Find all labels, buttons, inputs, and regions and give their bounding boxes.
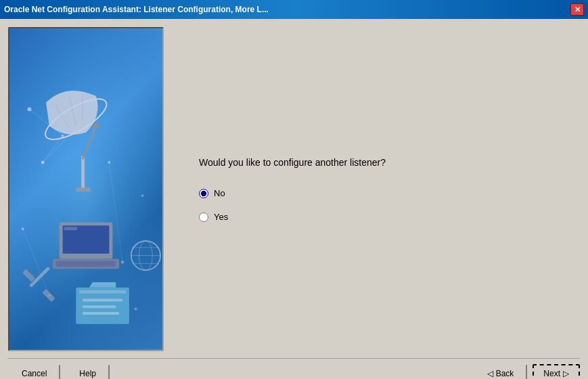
svg-point-10: [135, 307, 137, 310]
button-bar: Cancel Help ◁ Back Next ▷: [8, 358, 580, 379]
back-label: Back: [496, 369, 514, 378]
radio-group: No Yes: [199, 188, 553, 222]
svg-rect-16: [81, 156, 85, 189]
cancel-button[interactable]: Cancel: [8, 364, 60, 379]
help-button[interactable]: Help: [66, 364, 110, 379]
back-button[interactable]: ◁ Back: [474, 364, 528, 379]
radio-yes-label: Yes: [214, 212, 228, 222]
svg-rect-27: [64, 227, 78, 230]
svg-rect-29: [56, 261, 116, 267]
question-text: Would you like to configure another list…: [199, 156, 553, 170]
radio-option-yes[interactable]: Yes: [199, 212, 553, 222]
svg-rect-38: [83, 305, 116, 308]
svg-point-6: [141, 194, 144, 197]
window-title: Oracle Net Configuration Assistant: List…: [4, 5, 269, 14]
svg-rect-39: [83, 312, 119, 315]
right-panel: Would you like to configure another list…: [172, 27, 580, 351]
radio-no-label: No: [214, 188, 225, 198]
svg-rect-17: [76, 187, 91, 192]
radio-option-no[interactable]: No: [199, 188, 553, 198]
radio-no[interactable]: [199, 189, 208, 198]
next-arrow-icon: ▷: [563, 369, 569, 378]
illustration: [9, 28, 162, 350]
back-arrow-icon: ◁: [487, 369, 493, 378]
next-button[interactable]: Next ▷: [533, 364, 580, 379]
content-area: Would you like to configure another list…: [8, 27, 580, 351]
radio-yes[interactable]: [199, 213, 208, 222]
left-panel: [8, 27, 164, 351]
next-label: Next: [543, 369, 560, 378]
window-body: Would you like to configure another list…: [0, 19, 588, 379]
close-button[interactable]: ✕: [570, 3, 584, 16]
svg-rect-36: [79, 290, 126, 294]
title-bar: Oracle Net Configuration Assistant: List…: [0, 0, 588, 19]
svg-rect-37: [83, 298, 122, 301]
